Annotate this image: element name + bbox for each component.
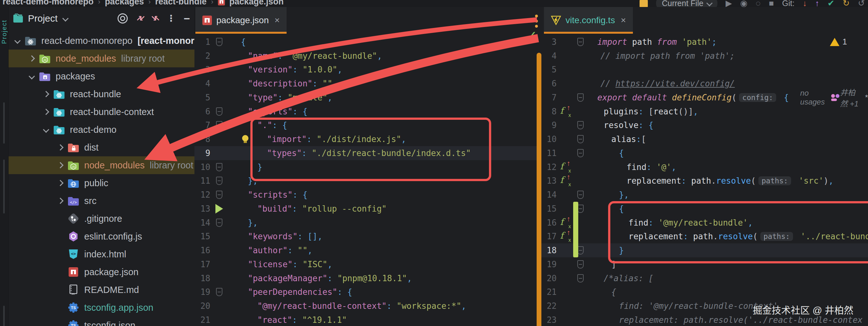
tree-item-eslint.config.js[interactable]: eslint.config.js xyxy=(8,228,194,245)
line-number[interactable]: 17 xyxy=(197,260,210,269)
line-number[interactable]: 12 xyxy=(197,190,210,200)
tree-item-README.md[interactable]: README.md xyxy=(8,281,194,299)
fold-marker-icon[interactable] xyxy=(577,93,584,102)
fold-marker-icon[interactable] xyxy=(216,177,222,185)
line-number[interactable]: 5 xyxy=(197,93,210,102)
line-number[interactable]: 23 xyxy=(545,315,557,325)
fold-column[interactable] xyxy=(210,204,228,213)
code-line-9[interactable]: 9"types": "./dist/react-bundle/index.d.t… xyxy=(194,146,537,160)
fold-column[interactable] xyxy=(210,108,228,116)
code-line-11[interactable]: 11}, xyxy=(194,174,537,188)
code-line-12[interactable]: 12f↑xfind: '@', xyxy=(541,160,868,174)
line-number[interactable]: 11 xyxy=(197,176,210,185)
git-commit-icon[interactable]: ✔ xyxy=(828,0,835,7)
split-dots-icon[interactable] xyxy=(535,25,538,28)
modified-function-icon[interactable]: f↑x xyxy=(559,175,570,186)
line-number[interactable]: 8 xyxy=(197,135,210,144)
line-number[interactable]: 19 xyxy=(545,260,557,269)
fold-column[interactable] xyxy=(210,288,228,296)
fold-column[interactable] xyxy=(573,260,588,268)
stripe-label-ghost[interactable] xyxy=(3,102,5,144)
locate-file-icon[interactable] xyxy=(118,13,128,24)
code-line-15[interactable]: 15{ xyxy=(541,202,868,216)
code-line-4[interactable]: 4"description": "", xyxy=(194,77,537,91)
code-line-3[interactable]: 3"version": "1.0.0", xyxy=(194,63,537,77)
git-update-icon[interactable]: ↓ xyxy=(803,0,807,7)
git-push-icon[interactable]: ↑ xyxy=(815,0,819,7)
code-line-3[interactable]: 3import path from 'path';1 xyxy=(541,35,868,49)
code-line-6[interactable]: 6"exports": { xyxy=(194,105,537,119)
line-number[interactable]: 21 xyxy=(197,315,210,325)
code-line-19[interactable]: 19] xyxy=(541,257,868,271)
code-line-18[interactable]: 18"packageManager": "pnpm@10.18.1", xyxy=(194,271,537,285)
code-line-21[interactable]: 21"react": "^19.1.1" xyxy=(194,313,537,326)
code-line-7[interactable]: 7".": { xyxy=(194,119,537,132)
expand-icon[interactable]: ↗↙ xyxy=(136,14,142,23)
code-line-18[interactable]: 18} xyxy=(541,243,868,257)
breadcrumb-item[interactable]: packages xyxy=(105,0,144,7)
editor-package-json[interactable]: 1{2"name": "@my/react-bundle",3"version"… xyxy=(194,34,537,326)
chevron-right-icon[interactable] xyxy=(55,163,66,168)
editor-vite-config[interactable]: 3import path from 'path';14// import pat… xyxy=(541,34,868,326)
vcs-change-bar[interactable] xyxy=(573,202,578,257)
tree-item-react-bundle-context[interactable]: react-bundle-context xyxy=(8,103,194,121)
tree-item-.gitignore[interactable]: .gitignore xyxy=(8,210,194,228)
breadcrumb-item[interactable]: react-demo-monorepo xyxy=(3,0,94,7)
fold-marker-icon[interactable] xyxy=(577,246,584,255)
line-number[interactable]: 14 xyxy=(197,218,210,228)
fold-marker-icon[interactable] xyxy=(577,260,584,268)
warning-badge[interactable]: 1 xyxy=(830,37,847,47)
line-number[interactable]: 4 xyxy=(197,79,210,88)
fold-marker-icon[interactable] xyxy=(216,121,222,129)
line-number[interactable]: 10 xyxy=(197,162,210,172)
line-number[interactable]: 20 xyxy=(197,301,210,311)
chevron-right-icon[interactable] xyxy=(41,110,52,114)
split-dots-icon[interactable] xyxy=(535,14,538,18)
fold-marker-icon[interactable] xyxy=(216,38,222,46)
run-icon[interactable]: ▶ xyxy=(726,0,732,7)
modified-function-icon[interactable]: f↑x xyxy=(559,231,570,242)
fold-marker-icon[interactable] xyxy=(577,274,584,283)
code-line-2[interactable]: 2"name": "@my/react-bundle", xyxy=(194,49,537,63)
chevron-right-icon[interactable] xyxy=(55,145,66,150)
code-line-20[interactable]: 20/*alias: [ xyxy=(541,271,868,285)
tree-item-tsconfig.app.json[interactable]: TStsconfig.app.json xyxy=(8,299,194,317)
line-number[interactable]: 22 xyxy=(545,301,557,311)
line-number[interactable]: 20 xyxy=(545,273,557,283)
line-number[interactable]: 13 xyxy=(197,204,210,213)
line-number[interactable]: 6 xyxy=(545,79,557,88)
stop-icon[interactable]: ■ xyxy=(769,0,774,7)
editor-split-divider[interactable] xyxy=(537,53,541,326)
line-number[interactable]: 13 xyxy=(545,176,557,185)
chevron-down-icon[interactable] xyxy=(41,127,52,132)
tree-item-src[interactable]: </>src xyxy=(8,192,194,210)
code-line-5[interactable]: 5 xyxy=(541,63,868,77)
code-line-16[interactable]: 16f↑xfind: '@my/react-bundle', xyxy=(541,216,868,230)
code-line-19[interactable]: 19"peerDependencies": { xyxy=(194,285,537,299)
tree-item-packages[interactable]: packages xyxy=(8,67,194,85)
chevron-right-icon[interactable] xyxy=(26,56,37,61)
tab-vite-config-ts[interactable]: vite.config.ts × xyxy=(544,7,633,34)
line-number[interactable]: 19 xyxy=(197,287,210,297)
code-line-21[interactable]: 21{ xyxy=(541,285,868,299)
chevron-right-icon[interactable] xyxy=(55,181,66,185)
line-number[interactable]: 12 xyxy=(545,162,557,172)
fold-column[interactable] xyxy=(210,177,228,185)
line-number[interactable]: 7 xyxy=(545,93,557,102)
fold-marker-icon[interactable] xyxy=(216,190,222,199)
profile-icon[interactable]: ◌ xyxy=(756,0,761,7)
code-line-1[interactable]: 1{ xyxy=(194,35,537,49)
code-line-11[interactable]: 11{ xyxy=(541,146,868,160)
code-line-5[interactable]: 5"type": "module", xyxy=(194,91,537,105)
line-number[interactable]: 16 xyxy=(197,246,210,255)
code-line-13[interactable]: 13f↑xreplacement: path.resolve(paths: 's… xyxy=(541,174,868,188)
refresh-icon[interactable]: ↻ xyxy=(843,0,849,7)
chevron-right-icon[interactable] xyxy=(55,199,66,203)
fold-column[interactable] xyxy=(573,121,588,129)
tree-item-index.html[interactable]: <>index.html xyxy=(8,245,194,263)
code-line-9[interactable]: 9resolve: { xyxy=(541,119,868,132)
line-number[interactable]: 6 xyxy=(197,107,210,116)
line-number[interactable]: 8 xyxy=(545,107,557,116)
fold-column[interactable] xyxy=(210,163,228,171)
gutter[interactable]: f↑x xyxy=(557,106,573,117)
